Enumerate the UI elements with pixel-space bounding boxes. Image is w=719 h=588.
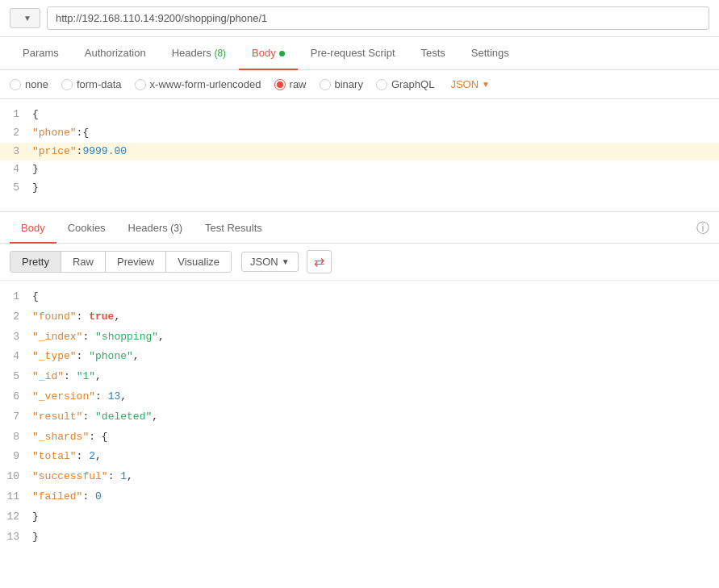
request-tab-nav: ParamsAuthorizationHeaders (8)BodyPre-re…: [0, 37, 719, 70]
response-code-area: 1{2 "found": true,3 "_index": "shopping"…: [0, 281, 719, 553]
resp-format-pretty[interactable]: Pretty: [10, 252, 61, 272]
req-line-2: 2 "phone":{: [0, 124, 719, 143]
line-number: 4: [0, 161, 32, 178]
tab-tests[interactable]: Tests: [408, 37, 458, 70]
req-line-4: 4 }: [0, 161, 719, 179]
line-number: 8: [0, 429, 32, 446]
radio-label-none: none: [25, 78, 48, 90]
radio-circle-none: [10, 79, 21, 90]
line-number: 13: [0, 529, 32, 546]
resp-line-4: 4 "_type": "phone",: [0, 347, 719, 367]
radio-circle-formdata: [61, 79, 73, 90]
req-line-5: 5}: [0, 179, 719, 198]
resp-format-preview[interactable]: Preview: [106, 252, 166, 272]
line-number: 2: [0, 309, 32, 326]
radio-graphql[interactable]: GraphQL: [376, 78, 434, 90]
resp-tab-testresults[interactable]: Test Results: [194, 214, 274, 244]
line-number: 5: [0, 180, 32, 197]
req-line-1: 1{: [0, 106, 719, 124]
tab-params[interactable]: Params: [10, 37, 72, 70]
code-content: "_id": "1",: [32, 369, 719, 386]
radio-label-binary: binary: [335, 78, 363, 90]
tab-prerequest[interactable]: Pre-request Script: [298, 37, 408, 70]
resp-line-3: 3 "_index": "shopping",: [0, 327, 719, 348]
body-active-dot: [279, 51, 285, 56]
code-content: "_shards": {: [32, 429, 719, 446]
tab-authorization[interactable]: Authorization: [72, 37, 159, 70]
resp-tab-cookies[interactable]: Cookies: [56, 214, 117, 244]
resp-tab-body[interactable]: Body: [10, 214, 56, 244]
code-content: "found": true,: [32, 309, 719, 326]
radio-raw[interactable]: raw: [274, 78, 307, 90]
line-number: 7: [0, 409, 32, 426]
format-chevron-icon: ▼: [482, 80, 490, 89]
radio-binary[interactable]: binary: [320, 78, 363, 90]
resp-format-raw[interactable]: Raw: [61, 252, 106, 272]
resp-line-9: 9 "total": 2,: [0, 447, 719, 467]
tab-body[interactable]: Body: [239, 37, 298, 70]
body-options: noneform-datax-www-form-urlencodedrawbin…: [0, 70, 719, 99]
code-content: "result": "deleted",: [32, 409, 719, 426]
code-content: }: [32, 161, 719, 178]
request-code-editor[interactable]: 1{2 "phone":{3 "price":9999.004 }5}: [0, 99, 719, 212]
info-icon[interactable]: ⓘ: [696, 220, 709, 237]
resp-format-select[interactable]: JSON▼: [241, 252, 299, 272]
line-number: 6: [0, 389, 32, 406]
radio-formdata[interactable]: form-data: [61, 78, 122, 90]
line-number: 11: [0, 489, 32, 506]
resp-line-8: 8 "_shards": {: [0, 427, 719, 448]
radio-circle-binary: [320, 79, 331, 90]
resp-format-visualize[interactable]: Visualize: [166, 252, 231, 272]
radio-urlencoded[interactable]: x-www-form-urlencoded: [135, 78, 261, 90]
resp-line-6: 6 "_version": 13,: [0, 387, 719, 407]
code-content: "_type": "phone",: [32, 348, 719, 365]
resp-tab-headers[interactable]: Headers (3): [117, 214, 194, 244]
line-number: 1: [0, 106, 32, 123]
url-input[interactable]: [47, 6, 709, 30]
code-content: "successful": 1,: [32, 469, 719, 486]
code-content: {: [32, 106, 719, 123]
radio-label-formdata: form-data: [77, 78, 122, 90]
url-bar: ▼: [0, 0, 719, 37]
resp-chevron-icon: ▼: [282, 257, 290, 266]
line-number: 10: [0, 469, 32, 486]
line-number: 3: [0, 329, 32, 346]
radio-circle-raw: [274, 79, 286, 90]
radio-label-raw: raw: [290, 78, 307, 90]
resp-line-5: 5 "_id": "1",: [0, 367, 719, 387]
code-content: "failed": 0: [32, 489, 719, 506]
code-content: }: [32, 180, 719, 197]
format-label: JSON: [450, 78, 479, 90]
line-number: 4: [0, 348, 32, 365]
resp-line-1: 1{: [0, 287, 719, 307]
radio-label-graphql: GraphQL: [391, 78, 434, 90]
code-content: "_version": 13,: [32, 389, 719, 406]
radio-circle-graphql: [376, 79, 387, 90]
code-content: "total": 2,: [32, 448, 719, 465]
response-tab-nav: BodyCookiesHeaders (3)Test Resultsⓘ: [0, 214, 719, 244]
line-number: 3: [0, 144, 32, 161]
req-line-3: 3 "price":9999.00: [0, 143, 719, 161]
tab-settings[interactable]: Settings: [458, 37, 522, 70]
radio-label-urlencoded: x-www-form-urlencoded: [150, 78, 261, 90]
code-content: }: [32, 529, 719, 546]
code-content: "_index": "shopping",: [32, 329, 719, 346]
resp-line-10: 10 "successful": 1,: [0, 467, 719, 487]
format-dropdown[interactable]: JSON▼: [450, 78, 490, 90]
radio-circle-urlencoded: [135, 79, 146, 90]
response-format-tabs: PrettyRawPreviewVisualize: [10, 251, 232, 273]
response-toolbar: PrettyRawPreviewVisualizeJSON▼⇄: [0, 244, 719, 281]
method-select[interactable]: ▼: [10, 8, 40, 28]
line-number: 2: [0, 125, 32, 142]
method-chevron-icon: ▼: [23, 14, 31, 23]
radio-none[interactable]: none: [10, 78, 48, 90]
resp-line-12: 12 }: [0, 507, 719, 528]
code-content: }: [32, 509, 719, 526]
tab-headers[interactable]: Headers (8): [159, 37, 239, 70]
resp-line-7: 7 "result": "deleted",: [0, 407, 719, 427]
line-number: 1: [0, 289, 32, 306]
wrap-button[interactable]: ⇄: [307, 250, 332, 273]
code-content: {: [32, 289, 719, 306]
resp-format-label: JSON: [250, 256, 278, 268]
code-content: "phone":{: [32, 125, 719, 142]
